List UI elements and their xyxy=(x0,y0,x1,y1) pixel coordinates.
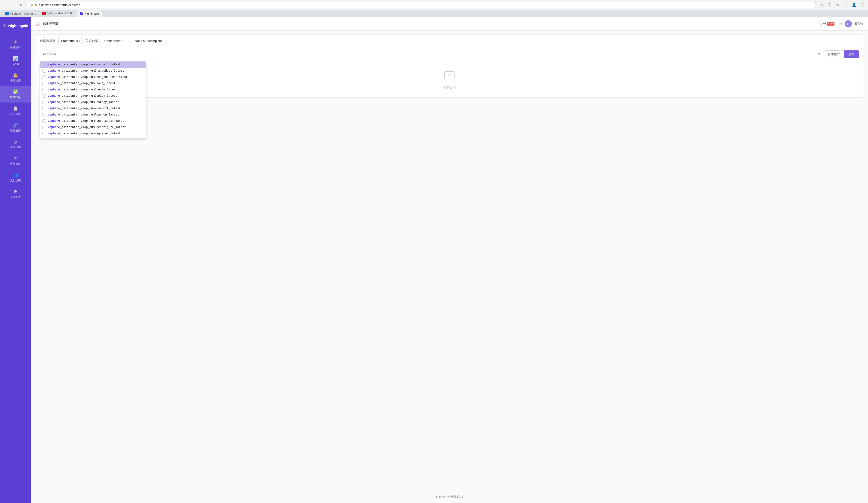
sidebar-item-quick[interactable]: ⚡ 快速跳转 xyxy=(0,36,31,53)
sidebar-item-logs[interactable]: 📋 日志分析 xyxy=(0,103,31,119)
autocomplete-item-2[interactable]: vsphere_datacenter_vmop_numChangeHostDS_… xyxy=(40,74,146,80)
autocomplete-item-12[interactable]: vsphere_datacenter_vmop_numReset_latest xyxy=(40,137,146,138)
fullscreen-icon[interactable]: ⛶ xyxy=(843,1,849,8)
translate-icon[interactable]: ⊞ xyxy=(818,1,825,8)
sidebar-item-users[interactable]: 👥 人员组织 xyxy=(0,169,31,186)
associated-data-select[interactable]: prometheus ▾ xyxy=(101,38,125,44)
sidebar-item-label-tracing: 链路追踪 xyxy=(10,129,21,133)
autocomplete-checkbox[interactable]: ✓ Enable autocomplete xyxy=(128,39,162,43)
users-icon: 👥 xyxy=(13,172,18,178)
share-icon[interactable]: ⇪ xyxy=(826,1,833,8)
datasource-type-value: Prometheus xyxy=(61,39,78,43)
browser-toolbar: ← → ↻ 🔒 n9e.unixsre.com/metric/explorer … xyxy=(0,0,868,10)
metrics-icon: ✅ xyxy=(13,89,18,95)
sidebar-item-label-dashboard: 仪表盘 xyxy=(12,62,20,66)
profile-icon[interactable]: 👤 xyxy=(851,1,857,8)
main-header: 📈 即时查询 文档 NEW EN U 超管 ▾ xyxy=(31,17,868,31)
forward-button[interactable]: → xyxy=(10,1,17,8)
autocomplete-item-7[interactable]: vsphere_datacenter_vmop_numPoweroff_late… xyxy=(40,105,146,112)
menu-icon[interactable]: ⋮ xyxy=(859,1,866,8)
item-checkbox-2 xyxy=(42,75,46,79)
vsphere-favicon xyxy=(5,12,9,15)
item-text-10: vsphere_datacenter_vmop_numReconfigure_l… xyxy=(48,126,126,129)
nightingale-favicon xyxy=(80,12,83,15)
tab-vsphere[interactable]: vSphere - vcenter.... xyxy=(2,10,39,17)
no-data-icon xyxy=(443,69,456,84)
tab-vmware[interactable]: 登录 - VMware ESXi xyxy=(39,10,76,17)
query-submit-button[interactable]: 查询 xyxy=(844,50,859,58)
logs-icon: 📋 xyxy=(13,106,18,111)
query-toolbar: 数据源类型 Prometheus ▾ 关联数据 prometheus ▾ ✓ E… xyxy=(36,35,863,47)
item-text-7: vsphere_datacenter_vmop_numPoweroff_late… xyxy=(48,107,121,110)
autocomplete-item-1[interactable]: vsphere_datacenter_vmop_numChangeHost_la… xyxy=(40,68,146,74)
query-area: 数据源类型 Prometheus ▾ 关联数据 prometheus ▾ ✓ E… xyxy=(31,31,868,491)
sidebar-nav: ⚡ 快速跳转 📊 仪表盘 🔔 告警管理 ✅ 时序指标 📋 日志分析 🔗 xyxy=(0,36,31,202)
user-avatar[interactable]: U xyxy=(845,20,852,28)
quick-jump-icon: ⚡ xyxy=(13,39,18,45)
sidebar-logo: 🦅 Nightingale xyxy=(0,17,31,34)
page-title: 即时查询 xyxy=(42,21,58,27)
bookmark-icon[interactable]: ☆ xyxy=(834,1,841,8)
autocomplete-item-3[interactable]: vsphere_datacenter_vmop_numClone_latest xyxy=(40,80,146,86)
item-checkbox-7 xyxy=(42,107,46,110)
browser-nav-buttons: ← → ↻ xyxy=(2,1,24,8)
autocomplete-item-5[interactable]: vsphere_datacenter_vmop_numDeploy_latest xyxy=(40,93,146,99)
page-title-area: 📈 即时查询 xyxy=(36,21,58,27)
settings-icon-btn[interactable]: ⚙ xyxy=(815,51,822,57)
alert-icon: 🔔 xyxy=(13,73,18,78)
sidebar-item-label-logs: 日志分析 xyxy=(10,112,21,116)
tab-nightingale[interactable]: Nightingale xyxy=(77,10,102,17)
autocomplete-item-6[interactable]: vsphere_datacenter_vmop_numDestroy_lates… xyxy=(40,99,146,105)
browser-chrome: ← → ↻ 🔒 n9e.unixsre.com/metric/explorer … xyxy=(0,0,868,17)
item-text-6: vsphere_datacenter_vmop_numDestroy_lates… xyxy=(48,101,119,104)
no-data-text: 暂无数据 xyxy=(443,86,456,90)
autocomplete-item-10[interactable]: vsphere_datacenter_vmop_numReconfigure_l… xyxy=(40,124,146,130)
user-menu[interactable]: 超管 ▾ xyxy=(855,22,863,26)
item-text-5: vsphere_datacenter_vmop_numDeploy_latest xyxy=(48,94,117,98)
nightingale-logo-icon: 🦅 xyxy=(3,21,6,30)
query-input[interactable] xyxy=(40,51,815,58)
sidebar-item-self-healing[interactable]: ✉ 告警自愈 xyxy=(0,153,31,169)
novice-mode-button[interactable]: 新手模式 xyxy=(824,50,844,58)
query-panel: 数据源类型 Prometheus ▾ 关联数据 prometheus ▾ ✓ E… xyxy=(36,34,863,98)
lang-toggle[interactable]: EN xyxy=(837,22,842,26)
associated-data-label: 关联数据 xyxy=(86,39,98,43)
item-text-4: vsphere_datacenter_vmop_numCreate_latest xyxy=(48,88,117,91)
autocomplete-item-8[interactable]: vsphere_datacenter_vmop_numPoweron_lates… xyxy=(40,112,146,118)
sidebar-item-label-metrics: 时序指标 xyxy=(10,95,21,99)
app-container: 🦅 Nightingale ⚡ 快速跳转 📊 仪表盘 🔔 告警管理 ✅ 时序指标 xyxy=(0,17,868,503)
reload-button[interactable]: ↻ xyxy=(18,1,24,8)
sidebar-item-infra[interactable]: ◇ 基础设施 xyxy=(0,136,31,153)
autocomplete-item-4[interactable]: vsphere_datacenter_vmop_numCreate_latest xyxy=(40,86,146,93)
item-checkbox-6 xyxy=(42,101,46,104)
settings-icon: ⚙ xyxy=(13,189,17,195)
sidebar-item-metrics[interactable]: ✅ 时序指标 xyxy=(0,86,31,103)
main-content: 📈 即时查询 文档 NEW EN U 超管 ▾ 数据 xyxy=(31,17,868,503)
autocomplete-item-9[interactable]: vsphere_datacenter_vmop_numRebootGuest_l… xyxy=(40,118,146,124)
add-panel-label: + 新增一个查询面板 xyxy=(435,495,463,499)
datasource-type-select[interactable]: Prometheus ▾ xyxy=(58,38,83,44)
browser-tabs: vSphere - vcenter.... 登录 - VMware ESXi N… xyxy=(0,10,868,17)
sidebar-item-dashboard[interactable]: 📊 仪表盘 xyxy=(0,53,31,69)
add-panel-area: + 新增一个查询面板 xyxy=(31,491,868,503)
sidebar-item-label-quick: 快速跳转 xyxy=(10,45,21,49)
item-text-3: vsphere_datacenter_vmop_numClone_latest xyxy=(48,82,115,85)
self-healing-icon: ✉ xyxy=(14,156,17,161)
datasource-type-label: 数据源类型 xyxy=(40,39,55,43)
doc-button[interactable]: 文档 NEW xyxy=(820,22,835,26)
sidebar-item-settings[interactable]: ⚙ 系统配置 xyxy=(0,186,31,202)
sidebar-item-tracing[interactable]: 🔗 链路追踪 xyxy=(0,119,31,136)
item-checkbox-8 xyxy=(42,113,46,116)
sidebar-item-alert[interactable]: 🔔 告警管理 xyxy=(0,69,31,86)
add-panel-button[interactable]: + 新增一个查询面板 xyxy=(435,495,463,499)
item-text-8: vsphere_datacenter_vmop_numPoweron_lates… xyxy=(48,113,119,116)
query-input-area: ⚙ 新手模式 查询 vsphere_datacenter_vmop_numCha… xyxy=(36,47,863,61)
address-bar[interactable]: 🔒 n9e.unixsre.com/metric/explorer xyxy=(27,2,816,8)
logo-text: Nightingale xyxy=(8,24,28,28)
back-button[interactable]: ← xyxy=(2,1,9,8)
sidebar-item-label-users: 人员组织 xyxy=(10,179,21,182)
autocomplete-item-11[interactable]: vsphere_datacenter_vmop_numRegister_late… xyxy=(40,130,146,137)
sidebar: 🦅 Nightingale ⚡ 快速跳转 📊 仪表盘 🔔 告警管理 ✅ 时序指标 xyxy=(0,17,31,503)
item-text-11: vsphere_datacenter_vmop_numRegister_late… xyxy=(48,132,121,135)
autocomplete-item-0[interactable]: vsphere_datacenter_vmop_numChangeIS_late… xyxy=(40,62,146,68)
